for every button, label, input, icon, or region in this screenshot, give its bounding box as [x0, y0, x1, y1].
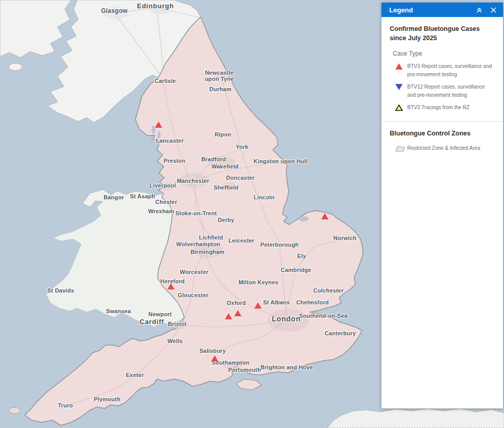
- layer-title-cases: Confirmed Bluetongue Cases since July 20…: [390, 24, 495, 43]
- divider: [381, 121, 503, 122]
- case-marker-btv3[interactable]: [211, 355, 219, 362]
- control-zone-items: Restricted Zone & Infected Area: [390, 144, 495, 153]
- legend-item-label: Restricted Zone & Infected Area: [407, 144, 480, 152]
- case-marker-btv3[interactable]: [254, 302, 262, 309]
- legend-panel-title: Legend: [389, 6, 470, 14]
- case-marker-btv3[interactable]: [321, 213, 329, 220]
- legend-item: BTV12 Report cases, surveillance and pre…: [395, 83, 495, 99]
- legend-item: BTV3 Tracings from the RZ: [395, 104, 495, 112]
- collapse-button[interactable]: [475, 5, 484, 14]
- layer-title-control-zones: Bluetongue Control Zones: [390, 129, 495, 138]
- legend-panel: Legend Confirmed Bluetongue Cases since …: [381, 3, 503, 408]
- case-marker-btv3[interactable]: [154, 121, 163, 128]
- triangle-up-icon: [395, 62, 407, 70]
- island: [9, 63, 22, 71]
- legend-item-label: BTV3 Tracings from the RZ: [407, 104, 470, 112]
- map-application: EdinburghGlasgowCarlisleNewcastle upon T…: [0, 0, 504, 428]
- legend-item-label: BTV3 Report cases, surveillance and pre-…: [407, 62, 495, 78]
- isles-of-scilly: [9, 407, 20, 414]
- double-chevron-up-icon: [476, 6, 483, 13]
- case-type-items: BTV3 Report cases, surveillance and pre-…: [390, 62, 495, 112]
- legend-item-label: BTV12 Report cases, surveillance and pre…: [407, 83, 495, 99]
- legend-panel-body: Confirmed Bluetongue Cases since July 20…: [381, 17, 503, 408]
- close-button[interactable]: [489, 6, 498, 14]
- legend-item: BTV3 Report cases, surveillance and pre-…: [395, 62, 495, 78]
- polygon-icon: [395, 144, 407, 153]
- case-marker-btv3[interactable]: [224, 313, 233, 320]
- case-marker-btv3[interactable]: [167, 283, 175, 290]
- case-marker-btv3[interactable]: [234, 310, 242, 317]
- triangle-down-icon: [395, 83, 407, 91]
- legend-panel-header: Legend: [381, 3, 503, 17]
- layer-subheading-case-type: Case Type: [393, 50, 495, 57]
- legend-item: Restricted Zone & Infected Area: [395, 144, 495, 153]
- close-icon: [490, 7, 497, 13]
- triangle-up-outline-icon: [395, 104, 407, 111]
